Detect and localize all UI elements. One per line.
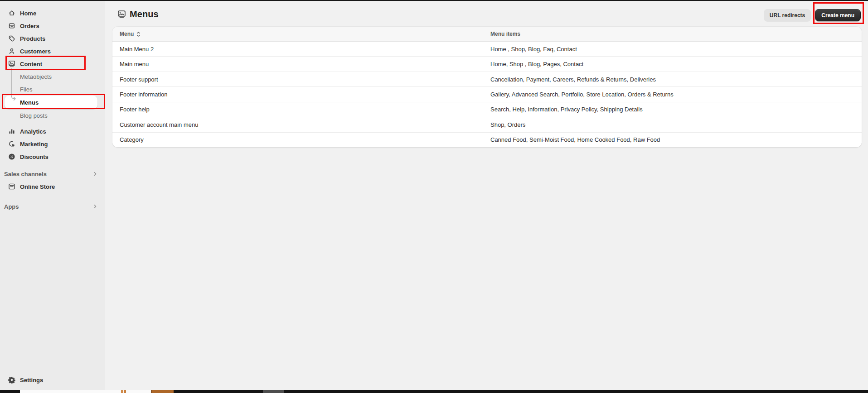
column-header-menu[interactable]: Menu bbox=[120, 31, 134, 37]
table-row[interactable]: Main menu Home, Shop , Blog, Pages, Cont… bbox=[112, 56, 862, 71]
sidebar-item-products[interactable]: Products bbox=[0, 32, 105, 45]
sidebar-item-blog-posts[interactable]: Blog posts bbox=[0, 109, 105, 122]
menu-items-cell: Home , Shop, Blog, Faq, Contact bbox=[483, 46, 862, 53]
menu-name-cell[interactable]: Footer support bbox=[112, 76, 483, 83]
store-icon bbox=[8, 183, 15, 190]
sidebar-content-subgroup: Metaobjects Files Menus Blog posts bbox=[0, 70, 105, 122]
discounts-icon bbox=[8, 153, 15, 160]
sales-channels-label: Sales channels bbox=[4, 171, 47, 177]
menus-table-card: Menu Menu items Main Menu 2 Home , Shop,… bbox=[112, 27, 862, 147]
sidebar-item-content[interactable]: Content bbox=[0, 58, 105, 70]
menu-items-cell: Home, Shop , Blog, Pages, Contact bbox=[483, 61, 862, 67]
taskbar-segment-tick bbox=[121, 390, 123, 393]
sidebar-item-home[interactable]: Home bbox=[0, 7, 105, 19]
sidebar-item-customers[interactable]: Customers bbox=[0, 45, 105, 58]
menu-items-cell: Cancellation, Payment, Careers, Refunds … bbox=[483, 76, 862, 83]
apps-label: Apps bbox=[4, 203, 19, 210]
sidebar-sales-group: Online Store bbox=[0, 180, 105, 193]
taskbar-segment-light bbox=[20, 390, 151, 393]
sidebar: Home Orders Products Customers Content M… bbox=[0, 1, 105, 390]
sidebar-item-discounts[interactable]: Discounts bbox=[0, 150, 105, 163]
main-content: Menus URL redirects Create menu Menu Men… bbox=[105, 1, 868, 390]
header-actions: URL redirects Create menu bbox=[764, 9, 861, 21]
taskbar-segment-gray bbox=[263, 390, 284, 393]
menu-name-cell[interactable]: Footer information bbox=[112, 91, 483, 98]
taskbar-sliver bbox=[0, 390, 868, 393]
table-header-row: Menu Menu items bbox=[112, 27, 862, 42]
menu-items-cell: Gallery, Advanced Search, Portfolio, Sto… bbox=[483, 91, 862, 98]
marketing-icon bbox=[8, 140, 15, 148]
page-title: Menus bbox=[117, 8, 159, 20]
menu-name-cell[interactable]: Footer help bbox=[112, 106, 483, 113]
table-row[interactable]: Footer support Cancellation, Payment, Ca… bbox=[112, 72, 862, 86]
create-menu-button[interactable]: Create menu bbox=[815, 9, 861, 21]
table-row[interactable]: Footer help Search, Help, Information, P… bbox=[112, 102, 862, 117]
analytics-icon bbox=[8, 128, 15, 135]
menu-name-cell[interactable]: Category bbox=[112, 136, 483, 143]
table-row[interactable]: Category Canned Food, Semi-Moist Food, H… bbox=[112, 132, 862, 147]
sidebar-heading-sales-channels[interactable]: Sales channels bbox=[0, 168, 105, 180]
menu-items-cell: Canned Food, Semi-Moist Food, Home Cooke… bbox=[483, 136, 862, 143]
sidebar-item-settings[interactable]: Settings bbox=[0, 374, 105, 386]
sidebar-primary-group: Home Orders Products Customers Content bbox=[0, 7, 105, 70]
menu-items-cell: Shop, Orders bbox=[483, 121, 862, 128]
sidebar-secondary-group: Analytics Marketing Discounts bbox=[0, 125, 105, 163]
page-title-text: Menus bbox=[130, 9, 159, 19]
column-header-menu-items: Menu items bbox=[483, 31, 862, 37]
chevron-right-icon[interactable] bbox=[92, 203, 99, 210]
settings-icon bbox=[8, 376, 15, 383]
sidebar-item-analytics[interactable]: Analytics bbox=[0, 125, 105, 138]
table-row[interactable]: Main Menu 2 Home , Shop, Blog, Faq, Cont… bbox=[112, 42, 862, 56]
menu-items-cell: Search, Help, Information, Privacy Polic… bbox=[483, 106, 862, 113]
sidebar-item-orders[interactable]: Orders bbox=[0, 19, 105, 32]
sidebar-item-marketing[interactable]: Marketing bbox=[0, 138, 105, 150]
menu-name-cell[interactable]: Main menu bbox=[112, 61, 483, 67]
menu-name-cell[interactable]: Main Menu 2 bbox=[112, 46, 483, 53]
sort-icon[interactable] bbox=[136, 31, 141, 37]
sidebar-item-files[interactable]: Files bbox=[0, 83, 105, 96]
table-body: Main Menu 2 Home , Shop, Blog, Faq, Cont… bbox=[112, 42, 862, 147]
home-icon bbox=[8, 10, 15, 17]
chevron-right-icon[interactable] bbox=[92, 170, 99, 177]
table-row[interactable]: Footer information Gallery, Advanced Sea… bbox=[112, 86, 862, 101]
taskbar-segment-tick bbox=[124, 390, 126, 393]
sidebar-item-menus[interactable]: Menus bbox=[0, 96, 105, 109]
shopify-admin-window: Home Orders Products Customers Content M… bbox=[0, 0, 868, 393]
orders-icon bbox=[8, 22, 15, 29]
sidebar-item-metaobjects[interactable]: Metaobjects bbox=[0, 70, 105, 83]
sidebar-item-online-store[interactable]: Online Store bbox=[0, 180, 105, 193]
products-icon bbox=[8, 35, 15, 42]
table-row[interactable]: Customer account main menu Shop, Orders bbox=[112, 117, 862, 132]
url-redirects-button[interactable]: URL redirects bbox=[764, 9, 811, 21]
taskbar-segment-orange bbox=[151, 390, 174, 393]
sidebar-heading-apps[interactable]: Apps bbox=[0, 200, 105, 213]
customers-icon bbox=[8, 48, 15, 55]
menu-name-cell[interactable]: Customer account main menu bbox=[112, 121, 483, 128]
content-icon bbox=[8, 60, 15, 67]
content-icon bbox=[117, 10, 126, 19]
